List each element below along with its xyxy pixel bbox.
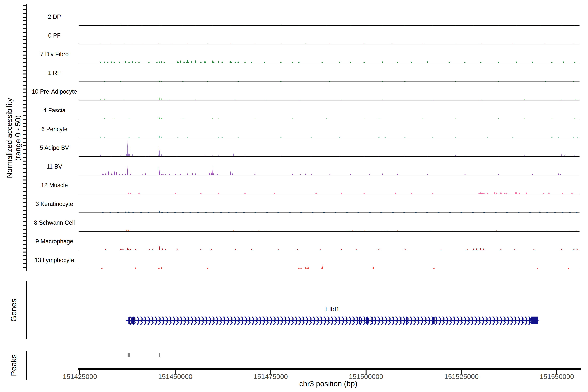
x-axis-line <box>78 368 581 370</box>
signal-peak <box>526 192 527 194</box>
signal-peak <box>142 25 143 25</box>
signal-peak <box>128 192 129 194</box>
signal-peak <box>230 44 231 44</box>
signal-peak <box>110 156 112 156</box>
signal-peak <box>472 212 474 212</box>
signal-peak <box>551 62 552 63</box>
signal-peak <box>310 137 312 138</box>
signal-peak <box>207 268 208 269</box>
signal-peak <box>132 212 134 212</box>
signal-peak <box>161 267 162 269</box>
signal-peak <box>264 100 265 100</box>
signal-peak <box>300 268 302 269</box>
signal-peak <box>125 60 126 63</box>
track-baseline <box>78 250 580 250</box>
signal-peak <box>494 192 495 194</box>
signal-peak <box>529 212 531 212</box>
signal-peak <box>329 81 330 82</box>
signal-peak <box>165 249 166 250</box>
signal-peak <box>228 212 230 212</box>
signal-peak <box>161 61 162 63</box>
signal-peak <box>158 135 160 138</box>
signal-peak <box>280 137 282 138</box>
signal-peak <box>300 173 302 175</box>
signal-peak <box>411 62 412 63</box>
signal-peak <box>576 212 578 212</box>
peaks-section-label: Peaks <box>9 354 18 376</box>
signal-peak <box>574 155 576 156</box>
signal-peak <box>473 25 474 25</box>
signal-peak <box>127 247 129 250</box>
track-label: 0 PF <box>17 32 92 39</box>
signal-peak <box>478 192 480 194</box>
signal-peak <box>244 61 246 63</box>
signal-peak <box>312 212 314 212</box>
gene-exon-bar <box>128 317 128 324</box>
signal-peak <box>339 61 340 63</box>
y-axis-tick <box>23 267 26 268</box>
y-axis-tick <box>23 195 26 196</box>
signal-peak <box>480 192 482 194</box>
signal-peak <box>110 44 112 44</box>
gene-exon-bar <box>529 317 530 324</box>
genes-bracket <box>26 281 27 340</box>
signal-peak <box>104 61 105 63</box>
y-axis-tick <box>23 142 26 142</box>
signal-peak <box>254 212 256 212</box>
signal-peak <box>186 60 189 63</box>
x-axis-title: chr3 position (bp) <box>271 379 386 388</box>
track-baseline <box>78 231 580 232</box>
y-axis-tick <box>23 198 26 200</box>
signal-peak <box>177 61 179 63</box>
signal-peak <box>432 193 434 194</box>
signal-peak <box>298 62 300 63</box>
signal-peak <box>158 146 160 156</box>
track-label: 11 BV <box>17 163 92 170</box>
signal-peak <box>506 192 507 194</box>
signal-peak <box>218 118 219 119</box>
signal-peak <box>498 62 499 63</box>
signal-peak <box>145 156 146 156</box>
signal-peak <box>500 249 502 250</box>
signal-peak <box>532 174 533 175</box>
signal-peak <box>168 100 170 100</box>
signal-peak <box>280 25 282 25</box>
signal-peak <box>124 100 125 100</box>
gene-exon-bar <box>434 317 435 324</box>
track-baseline <box>78 269 580 269</box>
signal-peak <box>122 248 124 250</box>
signal-peak <box>528 231 529 231</box>
signal-peak <box>124 44 125 44</box>
signal-peak <box>209 231 210 231</box>
signal-peak <box>195 60 196 63</box>
signal-peak <box>411 231 412 231</box>
track-label: 5 Adipo BV <box>17 144 92 151</box>
signal-peak <box>177 137 178 138</box>
signal-peak <box>140 212 142 212</box>
y-axis-tick <box>23 123 26 124</box>
signal-peak <box>426 212 428 212</box>
signal-peak <box>165 174 166 175</box>
signal-peak <box>162 172 164 175</box>
coverage-plot-figure: Normalized accessibility (range 0 - 50) … <box>0 0 588 392</box>
signal-peak <box>576 230 577 231</box>
gene-exon-bar <box>372 317 373 324</box>
signal-peak <box>305 173 306 175</box>
y-axis-tick <box>23 47 26 48</box>
signal-peak <box>158 117 160 119</box>
signal-peak <box>264 231 265 231</box>
signal-peak <box>244 155 246 156</box>
track-label: 13 Lymphocyte <box>17 257 92 264</box>
signal-peak <box>138 192 140 194</box>
signal-peak <box>372 266 374 269</box>
signal-peak <box>218 193 219 194</box>
signal-peak <box>455 137 456 138</box>
y-axis-tick <box>23 138 26 139</box>
signal-peak <box>145 173 146 175</box>
signal-peak <box>464 174 466 175</box>
track-baseline <box>78 156 580 157</box>
signal-peak <box>573 137 574 138</box>
signal-peak <box>568 230 570 231</box>
signal-peak <box>561 100 562 100</box>
y-axis-tick <box>23 214 26 214</box>
